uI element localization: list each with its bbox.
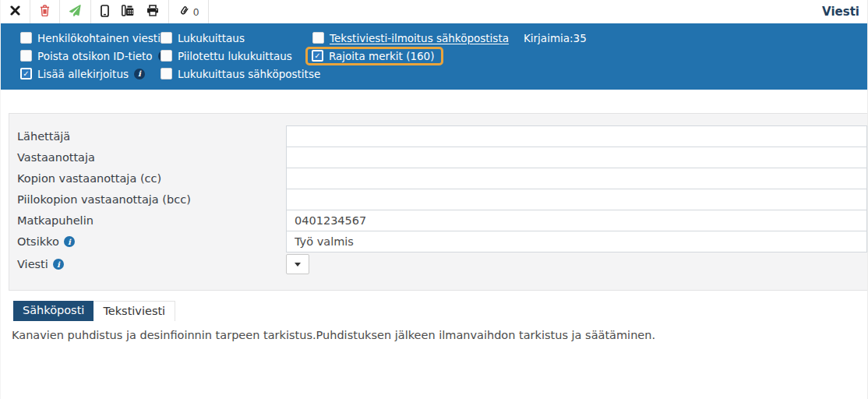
checkbox[interactable]: [312, 50, 323, 62]
checkbox[interactable]: [161, 68, 172, 79]
print-icon: [146, 5, 159, 19]
field-label: Kopion vastaanottaja (cc): [9, 172, 286, 185]
field-label: Otsikko i: [9, 235, 286, 248]
field-label: Vastaanottaja: [9, 151, 286, 164]
trash-icon: [40, 5, 50, 19]
chevron-down-icon: [295, 263, 301, 267]
field-label: Viesti i: [9, 258, 286, 270]
recipient-input[interactable]: [286, 147, 867, 168]
subject-input[interactable]: [286, 231, 867, 252]
checkbox[interactable]: [161, 32, 172, 44]
fax-icon: [122, 5, 134, 19]
checkbox[interactable]: [312, 32, 324, 44]
print-button[interactable]: [145, 3, 161, 20]
field-label: Matkapuhelin: [9, 214, 286, 227]
form-row-bcc: Piilokopion vastaanottaja (bcc): [9, 189, 867, 210]
options-bar: Henkilökohtainen viesti Poista otsikon I…: [1, 23, 867, 90]
sender-input[interactable]: [286, 125, 867, 147]
attachments-button[interactable]: 0: [177, 3, 200, 20]
form-row-lahettaja: Lähettäjä: [9, 125, 867, 147]
close-button[interactable]: [9, 4, 22, 19]
highlight-box: Rajoita merkit (160): [305, 47, 443, 65]
option-rajoita-merkit: Rajoita merkit (160): [312, 47, 867, 65]
checkbox[interactable]: [161, 50, 172, 62]
checkbox[interactable]: [20, 68, 32, 79]
info-icon[interactable]: i: [134, 69, 145, 79]
mobile-number-input[interactable]: [286, 210, 867, 231]
option-tekstiviesti-ilmoitus: Tekstiviesti-ilmoitus sähköpostista Kirj…: [312, 29, 867, 47]
option-lukukuittaus: Lukukuittaus: [161, 29, 312, 47]
message-form: Lähettäjä Vastaanottaja Kopion vastaanot…: [9, 113, 867, 291]
form-row-matkapuhelin: Matkapuhelin: [9, 210, 867, 231]
message-tabs: Sähköposti Tekstiviesti: [13, 301, 867, 321]
option-label: Lisää allekirjoitus: [37, 68, 129, 80]
attachment-count: 0: [193, 6, 199, 18]
mobile-icon: [101, 5, 109, 19]
tab-tekstiviesti[interactable]: Tekstiviesti: [94, 301, 175, 321]
options-column-1: Henkilökohtainen viesti Poista otsikon I…: [20, 29, 161, 83]
send-sms-button[interactable]: [99, 3, 111, 21]
option-label: Tekstiviesti-ilmoitus sähköpostista: [330, 32, 509, 44]
option-poista-otsikon-id-tieto: Poista otsikon ID-tieto i: [20, 47, 161, 65]
character-count-label: Kirjaimia:35: [524, 32, 587, 44]
option-label: Rajoita merkit (160): [329, 50, 434, 62]
option-label: Piilotettu lukukuittaus: [178, 50, 292, 62]
toolbar: 0 Viesti: [1, 0, 867, 23]
info-icon[interactable]: i: [53, 259, 64, 270]
form-row-viesti: Viesti i: [9, 252, 867, 277]
option-label: Lukukuittaus sähköpostitse: [178, 68, 320, 80]
bcc-input[interactable]: [286, 189, 867, 210]
option-lukukuittaus-sahkopostitse: Lukukuittaus sähköpostitse: [161, 65, 312, 83]
form-row-otsikko: Otsikko i: [9, 231, 867, 252]
paper-plane-icon: [69, 5, 81, 19]
message-template-dropdown[interactable]: [286, 254, 309, 274]
cc-input[interactable]: [286, 168, 867, 189]
message-window: 0 Viesti Henkilökohtainen viesti Poista …: [0, 0, 868, 399]
close-icon: [10, 5, 20, 18]
send-button[interactable]: [68, 3, 83, 20]
option-henkilokohtainen-viesti: Henkilökohtainen viesti: [20, 29, 161, 47]
field-label: Lähettäjä: [9, 130, 286, 143]
field-label: Piilokopion vastaanottaja (bcc): [9, 193, 286, 206]
form-row-cc: Kopion vastaanottaja (cc): [9, 168, 867, 189]
tab-sahkoposti[interactable]: Sähköposti: [13, 301, 94, 321]
message-body-text[interactable]: Kanavien puhdistus ja desinfioinnin tarp…: [12, 329, 867, 341]
option-label: Poista otsikon ID-tieto: [37, 50, 153, 62]
option-piilotettu-lukukuittaus: Piilotettu lukukuittaus: [161, 47, 312, 65]
page-title: Viesti: [822, 0, 867, 23]
options-column-3: Tekstiviesti-ilmoitus sähköpostista Kirj…: [312, 29, 867, 83]
option-label: Henkilökohtainen viesti: [37, 32, 161, 44]
paperclip-icon: [178, 5, 190, 19]
form-row-vastaanottaja: Vastaanottaja: [9, 147, 867, 168]
options-column-2: Lukukuittaus Piilotettu lukukuittaus Luk…: [161, 29, 312, 83]
info-icon[interactable]: i: [64, 236, 75, 247]
checkbox[interactable]: [20, 50, 32, 62]
option-lisaa-allekirjoitus: Lisää allekirjoitus i: [20, 65, 161, 83]
checkbox[interactable]: [20, 32, 32, 44]
fax-button[interactable]: [120, 3, 136, 20]
option-label: Lukukuittaus: [178, 32, 245, 44]
delete-button[interactable]: [38, 3, 51, 20]
